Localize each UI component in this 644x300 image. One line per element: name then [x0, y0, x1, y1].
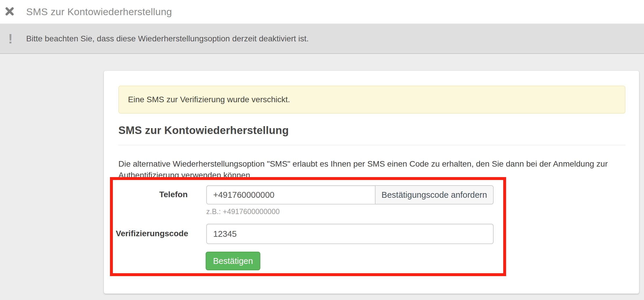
verification-code-input[interactable]	[206, 224, 494, 244]
content-card: Eine SMS zur Verifizierung wurde verschi…	[104, 71, 639, 294]
sms-sent-alert-text: Eine SMS zur Verifizierung wurde verschi…	[128, 95, 290, 104]
exclamation-icon: !	[8, 32, 13, 45]
request-code-button[interactable]: Bestätigungscode anfordern	[375, 185, 494, 204]
confirm-button[interactable]: Bestätigen	[206, 252, 260, 270]
close-icon	[5, 7, 14, 17]
phone-input[interactable]	[206, 185, 376, 204]
dialog-title: SMS zur Kontowiederherstellung	[26, 6, 172, 17]
dialog-header: SMS zur Kontowiederherstellung	[0, 0, 644, 24]
phone-hint: z.B.: +4917600000000	[206, 207, 280, 216]
section-heading: SMS zur Kontowiederherstellung	[118, 124, 289, 137]
sms-sent-alert: Eine SMS zur Verifizierung wurde verschi…	[118, 86, 625, 114]
verification-code-label: Verifizierungscode	[116, 229, 188, 238]
phone-input-group: Bestätigungscode anfordern	[206, 185, 494, 204]
deactivated-notice-bar: ! Bitte beachten Sie, dass diese Wiederh…	[0, 24, 644, 54]
heading-divider	[118, 145, 625, 145]
phone-label: Telefon	[116, 190, 188, 199]
section-description: Die alternative Wiederherstellungsoption…	[118, 158, 625, 181]
notice-text: Bitte beachten Sie, dass diese Wiederher…	[26, 34, 309, 43]
close-button[interactable]	[5, 7, 15, 17]
